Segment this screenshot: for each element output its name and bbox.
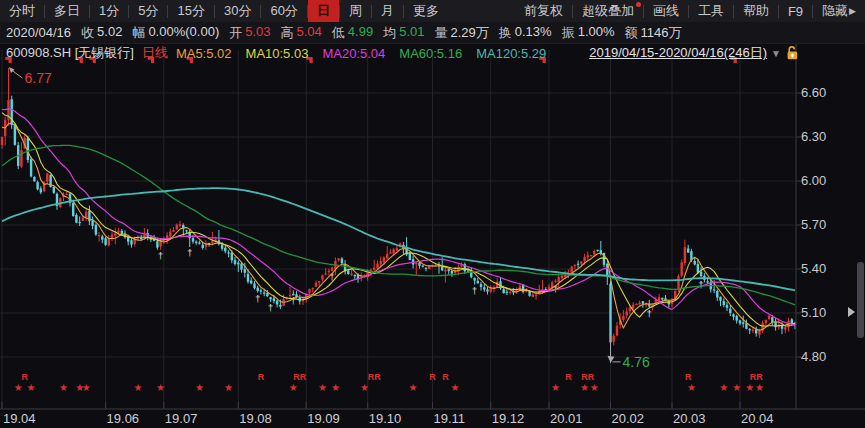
toolbar-right: 前复权超级叠加画线工具帮助F9隐藏▶ [515,0,865,22]
toolbar-item-日[interactable]: 日 [308,0,339,22]
svg-text:†: † [268,303,273,313]
period-toolbar: 分时多日1分5分15分30分60分日周月更多 前复权超级叠加画线工具帮助F9隐藏… [0,0,865,23]
svg-text:★: ★ [331,382,340,393]
date-range-selector[interactable]: 2019/04/15-2020/04/16(246日) [589,44,767,62]
svg-text:RR: RR [368,372,381,382]
toolbar-item-隐藏[interactable]: 隐藏▶ [813,0,865,22]
svg-text:★: ★ [195,382,204,393]
svg-text:★: ★ [224,382,233,393]
y-axis-label: 6.30 [801,129,826,144]
toolbar-item-更多[interactable]: 更多 [404,0,448,22]
info-field-value: 2.29万 [450,24,488,42]
stock-chart-window: 分时多日1分5分15分30分60分日周月更多 前复权超级叠加画线工具帮助F9隐藏… [0,0,865,428]
toolbar-item-月[interactable]: 月 [372,0,403,22]
toolbar-item-30分[interactable]: 30分 [215,0,260,22]
info-field-label: 幅 [132,24,145,42]
toolbar-item-60分[interactable]: 60分 [261,0,306,22]
svg-text:R: R [442,372,449,382]
svg-text:R: R [565,372,572,382]
svg-text:★: ★ [745,382,754,393]
toolbar-item-15分[interactable]: 15分 [168,0,213,22]
x-axis-label: 19.12 [492,411,525,426]
toolbar-item-分时[interactable]: 分时 [0,0,44,22]
svg-text:RR: RR [750,372,763,382]
toolbar-item-画线[interactable]: 画线 [644,0,688,22]
svg-text:6.77: 6.77 [24,70,51,86]
chevron-down-icon[interactable]: ▼ [771,48,781,59]
current-price-arrow-icon [848,307,855,317]
info-field-value: 4.99 [348,24,373,42]
info-field-额: 额1146万 [625,24,682,42]
info-fields: 收5.02幅0.00%(0.00)开5.03高5.04低4.99均5.01量2.… [81,24,691,42]
toolbar-item-帮助[interactable]: 帮助 [734,0,778,22]
svg-text:★: ★ [755,382,764,393]
info-field-label: 低 [332,24,345,42]
svg-text:★: ★ [590,382,599,393]
x-axis-label: 19.11 [433,411,465,426]
y-axis-label: 5.40 [801,261,826,276]
svg-text:★: ★ [289,382,298,393]
info-field-均: 均5.01 [383,24,424,42]
info-field-收: 收5.02 [81,24,122,42]
x-axis-label: 19.08 [239,411,272,426]
x-axis-label: 19.09 [307,411,340,426]
svg-text:★: ★ [156,382,165,393]
info-field-label: 开 [229,24,242,42]
svg-text:★: ★ [318,382,327,393]
svg-text:†: † [187,248,192,258]
vertical-scrollbar-thumb[interactable] [857,262,864,338]
info-field-value: 0.13% [515,24,552,42]
svg-text:★: ★ [82,382,91,393]
svg-text:R: R [429,372,436,382]
toolbar-item-前复权[interactable]: 前复权 [515,0,572,22]
info-field-value: 5.01 [399,24,424,42]
x-axis: 19.0419.0619.0719.0819.0919.1019.1119.12… [0,410,865,428]
info-field-label: 额 [625,24,638,42]
svg-text:R: R [21,372,28,382]
x-axis-label: 19.04 [3,411,36,426]
info-field-低: 低4.99 [332,24,373,42]
lock-icon[interactable] [786,46,799,60]
x-axis-label: 19.10 [369,411,402,426]
info-field-value: 5.02 [97,24,122,42]
info-field-label: 量 [434,24,447,42]
toolbar-item-工具[interactable]: 工具 [689,0,733,22]
y-axis-label: 4.80 [801,349,826,364]
expand-arrow-icon: ▶ [849,6,856,16]
toolbar-left: 分时多日1分5分15分30分60分日周月更多 [0,0,448,22]
svg-text:★: ★ [687,382,696,393]
toolbar-item-1分[interactable]: 1分 [90,0,128,22]
toolbar-item-周[interactable]: 周 [340,0,371,22]
info-field-value: 5.04 [297,24,322,42]
toolbar-item-多日[interactable]: 多日 [45,0,89,22]
info-field-开: 开5.03 [229,24,270,42]
svg-text:R: R [258,372,265,382]
svg-text:†: † [699,280,704,290]
info-field-value: 1.00% [578,24,615,42]
chart-canvas[interactable]: ††††††††††★★★★★★★★★★★★★★★★★★★★★★★RRRRRRR… [0,44,865,410]
y-axis-label: 6.60 [801,85,826,100]
x-axis-label: 20.01 [550,411,583,426]
info-field-label: 高 [281,24,294,42]
toolbar-item-F9[interactable]: F9 [779,0,812,22]
svg-text:★: ★ [451,382,460,393]
toolbar-item-5分[interactable]: 5分 [129,0,167,22]
svg-text:R: R [685,372,692,382]
svg-text:†: † [472,286,477,296]
info-field-高: 高5.04 [281,24,322,42]
x-axis-label: 20.02 [611,411,644,426]
svg-text:★: ★ [409,382,418,393]
toolbar-item-超级叠加[interactable]: 超级叠加 [573,0,643,22]
svg-text:★: ★ [580,382,589,393]
y-axis-label: 6.00 [801,173,826,188]
notification-dot-icon [636,2,641,7]
candlestick-chart[interactable]: ††††††††††★★★★★★★★★★★★★★★★★★★★★★★RRRRRRR… [0,44,865,410]
svg-text:RR: RR [293,372,306,382]
svg-text:★: ★ [133,382,142,393]
info-field-振: 振1.00% [562,24,615,42]
x-axis-label: 20.03 [673,411,706,426]
svg-text:★: ★ [719,382,728,393]
svg-text:4.76: 4.76 [622,354,649,370]
svg-text:★: ★ [59,382,68,393]
svg-text:★: ★ [732,382,741,393]
